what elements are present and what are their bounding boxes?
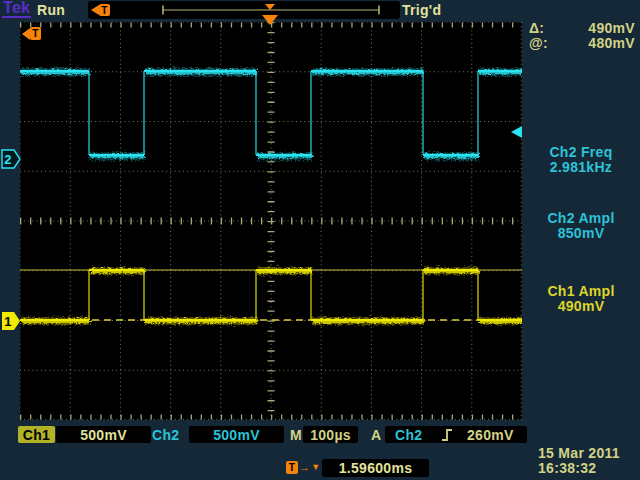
measurement-ch1-ampl: Ch1 Ampl 490mV xyxy=(522,284,640,314)
measurement-value: 850mV xyxy=(558,225,605,241)
right-arrow-icon: → xyxy=(299,461,310,474)
measurement-ch2-freq: Ch2 Freq 2.981kHz xyxy=(522,145,640,175)
trigger-status: Trig'd xyxy=(402,2,441,18)
trigger-readout: Ch2 260mV xyxy=(385,426,527,443)
trigger-source: Ch2 xyxy=(395,427,422,443)
tek-logo: Tek xyxy=(2,0,31,18)
svg-text:T: T xyxy=(101,5,107,16)
delay-marker: T → ▼ xyxy=(286,461,321,474)
delay-readout: 1.59600ms xyxy=(322,459,429,477)
trigger-position-marker-icon xyxy=(265,4,275,10)
trigger-t-icon: T xyxy=(91,4,110,16)
timebase-label: M xyxy=(290,427,302,443)
ch2-label: Ch2 xyxy=(152,427,179,443)
measurement-value: 490mV xyxy=(558,298,605,314)
channel-1-marker: 1 xyxy=(1,311,21,331)
measurement-label: Ch2 Freq xyxy=(549,144,612,160)
delta-value: 490mV xyxy=(588,21,635,36)
measurement-label: Ch1 Ampl xyxy=(547,283,614,299)
measurement-label: Ch2 Ampl xyxy=(547,210,614,226)
measurement-value: 2.981kHz xyxy=(550,159,612,175)
cursor-at-readout: @: 480mV xyxy=(529,36,635,51)
delay-t-icon: T xyxy=(286,461,298,474)
channel-2-marker: 2 xyxy=(1,149,21,169)
at-value: 480mV xyxy=(588,36,635,51)
delta-label: Δ: xyxy=(529,21,544,36)
trigger-position-arrow-icon xyxy=(262,15,278,25)
ch1-badge: Ch1 xyxy=(18,426,55,443)
time-readout: 16:38:32 xyxy=(538,460,596,476)
graticule: T xyxy=(20,22,522,420)
cursor-delta-readout: Δ: 490mV xyxy=(529,21,635,36)
acquisition-status: Run xyxy=(37,2,65,18)
oscilloscope-screen: Tek Run T Trig'd T xyxy=(0,0,640,480)
svg-text:T: T xyxy=(32,28,38,39)
trigger-point-icon: T xyxy=(22,27,41,40)
svg-text:1: 1 xyxy=(4,314,12,329)
rising-edge-icon xyxy=(441,428,453,442)
waveform-display: T xyxy=(20,22,522,420)
trigger-position-bar: T xyxy=(88,1,400,19)
at-label: @: xyxy=(529,36,548,51)
ch2-scale-readout: 500mV xyxy=(189,426,284,443)
svg-text:2: 2 xyxy=(4,152,12,167)
date-readout: 15 Mar 2011 xyxy=(538,445,620,461)
ch1-scale-readout: 500mV xyxy=(56,426,151,443)
timebase-readout: 100µs xyxy=(303,426,358,443)
trigger-level: 260mV xyxy=(467,427,514,443)
trigger-mode-label: A xyxy=(371,427,381,443)
datetime-readout: 15 Mar 2011 16:38:32 xyxy=(538,446,620,476)
trigger-position-box: T xyxy=(88,1,400,19)
measurement-ch2-ampl: Ch2 Ampl 850mV xyxy=(522,211,640,241)
trigger-level-arrow-icon xyxy=(511,126,522,138)
down-triangle-icon: ▼ xyxy=(311,461,320,474)
